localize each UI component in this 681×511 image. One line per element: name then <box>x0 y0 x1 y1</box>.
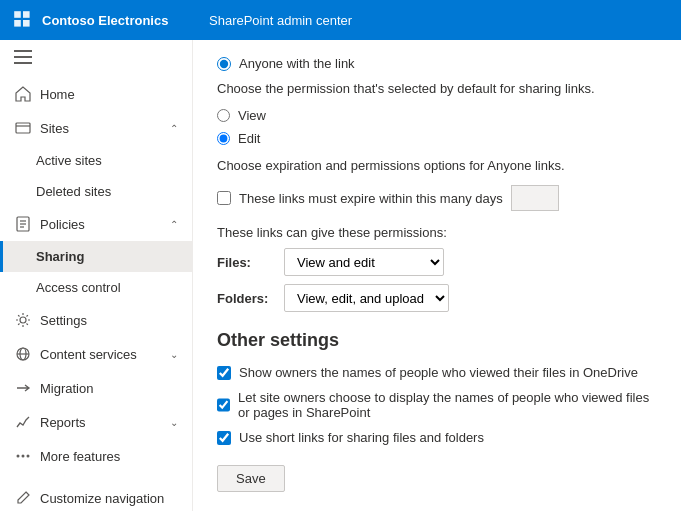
sidebar-item-policies[interactable]: Policies ⌃ <box>0 207 192 241</box>
sidebar-item-home[interactable]: Home <box>0 77 192 111</box>
sidebar-item-active-sites[interactable]: Active sites <box>0 145 192 176</box>
permissions-header: These links can give these permissions: <box>217 225 657 240</box>
edit-label: Edit <box>238 131 260 146</box>
checkbox2[interactable] <box>217 398 230 412</box>
app-title: SharePoint admin center <box>209 13 352 28</box>
checkbox1[interactable] <box>217 366 231 380</box>
sidebar-item-sharing-label: Sharing <box>36 249 84 264</box>
content-services-chevron-icon: ⌄ <box>170 349 178 360</box>
policies-icon <box>14 215 32 233</box>
view-option-row: View <box>217 108 657 123</box>
sidebar: Home Sites ⌃ Active sites Deleted sites … <box>0 40 193 511</box>
svg-rect-5 <box>14 56 32 58</box>
anyone-link-label: Anyone with the link <box>239 56 355 71</box>
expiry-row: These links must expire within this many… <box>217 185 657 211</box>
files-label: Files: <box>217 255 272 270</box>
sites-chevron-icon: ⌃ <box>170 123 178 134</box>
settings-icon <box>14 311 32 329</box>
sidebar-item-content-services-label: Content services <box>40 347 137 362</box>
main-layout: Home Sites ⌃ Active sites Deleted sites … <box>0 40 681 511</box>
content-area: Anyone with the link Choose the permissi… <box>193 40 681 511</box>
folders-perm-row: Folders: View, edit, and upload View onl… <box>217 284 657 312</box>
sidebar-item-reports-label: Reports <box>40 415 86 430</box>
expiry-checkbox[interactable] <box>217 191 231 205</box>
svg-rect-4 <box>14 50 32 52</box>
save-button[interactable]: Save <box>217 465 285 492</box>
checkbox2-row: Let site owners choose to display the na… <box>217 390 657 420</box>
sidebar-item-sites[interactable]: Sites ⌃ <box>0 111 192 145</box>
checkbox3-row: Use short links for sharing files and fo… <box>217 430 657 445</box>
sidebar-item-reports[interactable]: Reports ⌄ <box>0 405 192 439</box>
other-settings-heading: Other settings <box>217 330 657 351</box>
section2-label: Choose expiration and permissions option… <box>217 158 657 173</box>
checkbox2-label: Let site owners choose to display the na… <box>238 390 657 420</box>
migration-icon <box>14 379 32 397</box>
policies-chevron-icon: ⌃ <box>170 219 178 230</box>
svg-rect-2 <box>14 20 21 27</box>
sidebar-item-settings[interactable]: Settings <box>0 303 192 337</box>
edit-option-row: Edit <box>217 131 657 146</box>
view-radio[interactable] <box>217 109 230 122</box>
section1-label: Choose the permission that's selected by… <box>217 81 657 96</box>
sidebar-item-policies-label: Policies <box>40 217 85 232</box>
svg-point-18 <box>22 455 25 458</box>
sidebar-item-customize-nav-label: Customize navigation <box>40 491 164 506</box>
sidebar-item-more-features-label: More features <box>40 449 120 464</box>
sidebar-item-more-features[interactable]: More features <box>0 439 192 473</box>
folders-label: Folders: <box>217 291 272 306</box>
sidebar-item-sharing[interactable]: Sharing <box>0 241 192 272</box>
sidebar-item-migration-label: Migration <box>40 381 93 396</box>
expiry-label: These links must expire within this many… <box>239 191 503 206</box>
topbar: Contoso Electronics SharePoint admin cen… <box>0 0 681 40</box>
files-perm-row: Files: View and edit View only Edit <box>217 248 657 276</box>
checkbox1-row: Show owners the names of people who view… <box>217 365 657 380</box>
sidebar-item-settings-label: Settings <box>40 313 87 328</box>
svg-point-19 <box>27 455 30 458</box>
svg-point-17 <box>17 455 20 458</box>
customize-nav-icon <box>14 489 32 507</box>
org-name: Contoso Electronics <box>42 13 168 28</box>
checkbox1-label: Show owners the names of people who view… <box>239 365 638 380</box>
svg-rect-1 <box>23 11 30 18</box>
topbar-logo: Contoso Electronics <box>12 9 197 31</box>
svg-rect-6 <box>14 62 32 64</box>
sidebar-item-customize-nav[interactable]: Customize navigation <box>0 481 192 511</box>
sidebar-item-deleted-sites-label: Deleted sites <box>36 184 111 199</box>
checkbox3-label: Use short links for sharing files and fo… <box>239 430 484 445</box>
folders-select[interactable]: View, edit, and upload View only View an… <box>284 284 449 312</box>
reports-icon <box>14 413 32 431</box>
home-icon <box>14 85 32 103</box>
sidebar-item-migration[interactable]: Migration <box>0 371 192 405</box>
content-services-icon <box>14 345 32 363</box>
files-select[interactable]: View and edit View only Edit <box>284 248 444 276</box>
more-features-icon <box>14 447 32 465</box>
anyone-link-radio[interactable] <box>217 57 231 71</box>
sidebar-item-sites-label: Sites <box>40 121 69 136</box>
svg-point-13 <box>20 317 26 323</box>
sidebar-item-access-control[interactable]: Access control <box>0 272 192 303</box>
expiry-days-input[interactable] <box>511 185 559 211</box>
sidebar-item-access-control-label: Access control <box>36 280 121 295</box>
view-label: View <box>238 108 266 123</box>
sidebar-item-content-services[interactable]: Content services ⌄ <box>0 337 192 371</box>
reports-chevron-icon: ⌄ <box>170 417 178 428</box>
svg-rect-3 <box>23 20 30 27</box>
sidebar-item-home-label: Home <box>40 87 75 102</box>
link-type-row: Anyone with the link <box>217 56 657 71</box>
sites-icon <box>14 119 32 137</box>
svg-rect-7 <box>16 123 30 133</box>
app-grid-icon <box>12 9 34 31</box>
sidebar-item-deleted-sites[interactable]: Deleted sites <box>0 176 192 207</box>
edit-radio[interactable] <box>217 132 230 145</box>
sidebar-item-active-sites-label: Active sites <box>36 153 102 168</box>
hamburger-button[interactable] <box>0 40 192 77</box>
checkbox3[interactable] <box>217 431 231 445</box>
svg-rect-0 <box>14 11 21 18</box>
